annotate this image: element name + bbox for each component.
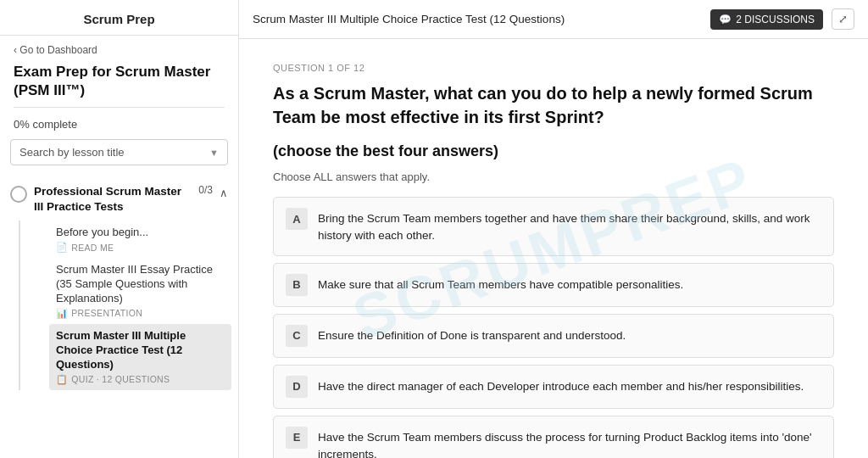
answer-letter-a: A [286, 208, 308, 230]
section-circle-icon [10, 186, 27, 203]
main-content: Scrum Master III Multiple Choice Practic… [239, 0, 868, 458]
sidebar-divider [14, 107, 225, 108]
main-topbar: Scrum Master III Multiple Choice Practic… [239, 0, 868, 39]
answer-option-d[interactable]: D Have the direct manager of each Develo… [273, 365, 834, 409]
lesson-title-2: Scrum Master III Essay Practice (35 Samp… [56, 263, 228, 306]
question-label: QUESTION 1 OF 12 [273, 63, 834, 73]
sidebar: Scrum Prep Go to Dashboard Exam Prep for… [0, 0, 239, 458]
lesson-meta-3: 📋 QUIZ · 12 QUESTIONS [56, 374, 225, 385]
choose-instruction: Choose ALL answers that apply. [273, 170, 834, 183]
lesson-item-1[interactable]: Before you begin... 📄 READ ME [56, 221, 228, 258]
discussions-label: 2 DISCUSSIONS [736, 14, 815, 25]
answer-text-a: Bring the Scrum Team members together an… [318, 208, 821, 245]
lesson-title-1: Before you begin... [56, 226, 228, 240]
answer-option-c[interactable]: C Ensure the Definition of Done is trans… [273, 314, 834, 358]
lesson-title-3: Scrum Master III Multiple Choice Practic… [56, 329, 225, 372]
answer-letter-d: D [286, 376, 308, 398]
lesson-item-2[interactable]: Scrum Master III Essay Practice (35 Samp… [56, 258, 228, 324]
back-to-dashboard-link[interactable]: Go to Dashboard [0, 36, 238, 59]
question-text: As a Scrum Master, what can you do to he… [273, 81, 834, 129]
answer-text-c: Ensure the Definition of Done is transpa… [318, 325, 626, 344]
answer-letter-b: B [286, 274, 308, 296]
section-title: Professional Scrum Master III Practice T… [34, 184, 192, 214]
lesson-meta-1: 📄 READ ME [56, 242, 228, 253]
discussions-button[interactable]: 💬 2 DISCUSSIONS [710, 9, 823, 30]
presentation-icon: 📊 [56, 308, 68, 319]
search-label: Search by lesson title [19, 146, 125, 159]
expand-icon: ⤢ [838, 13, 848, 25]
question-body: SCRUMPREP QUESTION 1 OF 12 As a Scrum Ma… [239, 39, 868, 458]
answer-option-e[interactable]: E Have the Scrum Team members discuss th… [273, 416, 834, 459]
answer-letter-e: E [286, 427, 308, 449]
lesson-meta-2: 📊 PRESENTATION [56, 308, 228, 319]
lesson-search[interactable]: Search by lesson title ▼ [10, 139, 228, 165]
section-count: 0/3 [198, 184, 213, 196]
progress-text: 0% complete [0, 114, 238, 139]
topbar-title: Scrum Master III Multiple Choice Practic… [253, 13, 565, 25]
sidebar-title: Scrum Prep [0, 0, 238, 36]
course-title: Exam Prep for Scrum Master (PSM III™) [0, 59, 238, 107]
answer-letter-c: C [286, 325, 308, 347]
expand-button[interactable]: ⤢ [832, 8, 854, 30]
chevron-down-icon: ▼ [209, 148, 219, 158]
lesson-list: Before you begin... 📄 READ ME Scrum Mast… [19, 221, 238, 389]
answer-text-d: Have the direct manager of each Develope… [318, 376, 804, 395]
answer-option-a[interactable]: A Bring the Scrum Team members together … [273, 197, 834, 256]
question-subtext: (choose the best four answers) [273, 142, 834, 160]
quiz-icon: 📋 [56, 374, 68, 385]
lesson-item-3-active[interactable]: Scrum Master III Multiple Choice Practic… [49, 324, 231, 390]
answer-option-b[interactable]: B Make sure that all Scrum Team members … [273, 263, 834, 307]
answer-text-e: Have the Scrum Team members discuss the … [318, 427, 821, 459]
chevron-up-icon: ∧ [220, 187, 228, 199]
read-me-icon: 📄 [56, 242, 68, 253]
answer-text-b: Make sure that all Scrum Team members ha… [318, 274, 683, 293]
topbar-actions: 💬 2 DISCUSSIONS ⤢ [710, 8, 854, 30]
section-header[interactable]: Professional Scrum Master III Practice T… [0, 177, 238, 221]
chat-icon: 💬 [719, 14, 732, 25]
